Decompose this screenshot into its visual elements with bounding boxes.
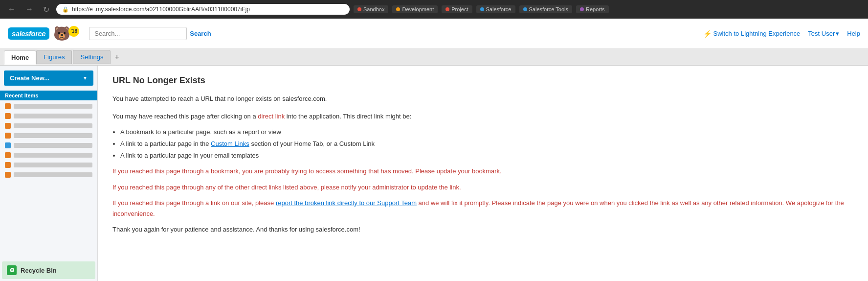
- intro-text: You have attempted to reach a URL that n…: [112, 94, 853, 104]
- bullet-item-2: A link to a particular page in the Custo…: [120, 139, 853, 149]
- list-item[interactable]: [0, 140, 97, 150]
- search-input[interactable]: [89, 27, 187, 40]
- sf-sidebar: Create New... ▼ Recent Items: [0, 66, 98, 281]
- sf-logo[interactable]: salesforce: [8, 27, 49, 40]
- forward-button[interactable]: →: [22, 4, 36, 15]
- error-body: You have attempted to reach a URL that n…: [112, 94, 853, 235]
- bookmark-reports[interactable]: Reports: [576, 5, 609, 13]
- list-item[interactable]: [0, 160, 97, 170]
- item-icon: [5, 103, 11, 109]
- recent-items-label: Recent Items: [0, 91, 97, 100]
- item-label: [14, 143, 92, 148]
- list-item[interactable]: [0, 121, 97, 131]
- bullet-item-3: A link to a particular page in your emai…: [120, 150, 853, 161]
- item-icon: [5, 142, 11, 148]
- paragraph2: If you reached this page through a bookm…: [112, 166, 853, 177]
- search-button[interactable]: Search: [190, 30, 211, 37]
- add-tab-button[interactable]: +: [111, 53, 122, 62]
- create-new-button[interactable]: Create New... ▼: [4, 70, 93, 86]
- item-label: [14, 123, 92, 128]
- bookmark-sandbox[interactable]: Sandbox: [354, 5, 388, 13]
- sf-mascot: 🐻: [53, 25, 70, 42]
- recent-items-list: [0, 101, 97, 259]
- item-icon: [5, 152, 11, 158]
- sf-header-right: ⚡ Switch to Lightning Experience Test Us…: [703, 30, 860, 38]
- help-link[interactable]: Help: [847, 30, 860, 37]
- bookmark-salesforce[interactable]: Salesforce: [476, 5, 515, 13]
- paragraph3: If you reached this page through any of …: [112, 182, 853, 193]
- reload-button[interactable]: ↻: [40, 4, 52, 15]
- lightning-icon: ⚡: [703, 30, 712, 38]
- list-item[interactable]: [0, 150, 97, 160]
- sf-content-area: URL No Longer Exists You have attempted …: [98, 66, 868, 281]
- create-new-chevron-icon: ▼: [83, 75, 88, 81]
- sf-main: Create New... ▼ Recent Items: [0, 66, 868, 281]
- recycle-bin-icon: ♻: [7, 265, 17, 275]
- item-label: [14, 163, 92, 167]
- support-team-link[interactable]: report the broken link directly to our S…: [276, 199, 417, 207]
- sf-nav-tabs: Home Figures Settings +: [0, 49, 868, 66]
- item-icon: [5, 133, 11, 139]
- list-item[interactable]: [0, 131, 97, 140]
- bookmark-development[interactable]: Development: [392, 5, 438, 13]
- sf-header: salesforce 🐻 '18 Search ⚡ Switch to Ligh…: [0, 19, 868, 49]
- bullet-list: A bookmark to a particular page, such as…: [120, 127, 853, 161]
- sf-year-badge: '18: [68, 26, 79, 37]
- list-item[interactable]: [0, 170, 97, 180]
- bookmarks-bar: Sandbox Development Project Salesforce S…: [354, 5, 863, 13]
- paragraph4: If you reached this page through a link …: [112, 198, 853, 219]
- browser-chrome: ← → ↻ 🔒 https://e .my.salesforce.com/a02…: [0, 0, 868, 19]
- item-label: [14, 172, 92, 177]
- recycle-bin-button[interactable]: ♻ Recycle Bin: [2, 261, 95, 279]
- item-label: [14, 104, 92, 109]
- item-icon: [5, 162, 11, 168]
- test-user-menu[interactable]: Test User ▾: [808, 30, 839, 37]
- paragraph1: You may have reached this page after cli…: [112, 111, 853, 122]
- tab-figures[interactable]: Figures: [36, 50, 72, 64]
- bookmark-salesforce-tools[interactable]: Salesforce Tools: [519, 5, 573, 13]
- user-chevron-icon: ▾: [836, 30, 839, 37]
- sf-search-area: Search: [89, 27, 211, 40]
- switch-lightning-link[interactable]: ⚡ Switch to Lightning Experience: [703, 30, 801, 38]
- url-bar[interactable]: 🔒 https://e .my.salesforce.com/a02110000…: [56, 4, 350, 15]
- item-label: [14, 114, 92, 118]
- tab-settings[interactable]: Settings: [73, 50, 111, 64]
- item-label: [14, 133, 92, 138]
- item-label: [14, 153, 92, 158]
- item-icon: [5, 172, 11, 178]
- bullet-item-1: A bookmark to a particular page, such as…: [120, 127, 853, 138]
- item-icon: [5, 123, 11, 129]
- sf-logo-badge: salesforce 🐻 '18: [8, 25, 79, 42]
- item-icon: [5, 113, 11, 119]
- back-button[interactable]: ←: [5, 4, 19, 15]
- paragraph5: Thank you again for your patience and as…: [112, 224, 853, 235]
- url-text: https://e .my.salesforce.com/a021100000G…: [72, 6, 250, 13]
- page-title: URL No Longer Exists: [112, 75, 853, 86]
- bookmark-project[interactable]: Project: [442, 5, 472, 13]
- lock-icon: 🔒: [62, 6, 69, 13]
- list-item[interactable]: [0, 111, 97, 121]
- list-item[interactable]: [0, 101, 97, 111]
- tab-home[interactable]: Home: [4, 50, 36, 65]
